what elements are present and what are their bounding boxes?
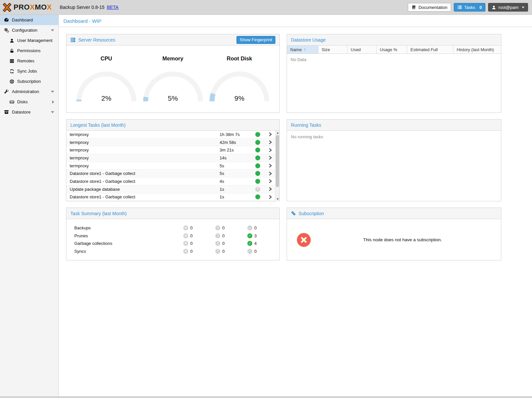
panel-title: Running Tasks [291,122,321,128]
cpu-gauge: CPU 2% [75,55,138,113]
task-row[interactable]: termproxy 5s [66,162,275,170]
sidebar-item-dashboard[interactable]: Dashboard [0,15,58,25]
no-running-tasks-label: No running tasks [287,131,501,143]
scrollbar-thumb[interactable] [276,135,279,187]
sync-icon [10,69,14,74]
chevron-down-icon [522,7,524,8]
datastore-table-body: No Data [287,54,501,113]
datastore-usage-panel: Datastore Usage Name ↑ Size Used Usage %… [287,34,501,113]
proxmox-logo: PROXMOX [0,3,59,12]
sidebar-item-disks[interactable]: Disks [0,97,58,107]
gears-icon [4,28,9,33]
sidebar-item-permissions[interactable]: Permissions [0,46,58,56]
chevron-down-icon[interactable] [51,91,54,93]
ok-status-icon [247,233,252,238]
summary-row-backups: Backups 0 0 0 [66,224,279,232]
chevron-right-icon[interactable] [265,195,275,199]
running-tasks-panel: Running Tasks No running tasks [287,119,501,201]
sidebar-item-sync-jobs[interactable]: Sync Jobs [0,66,58,76]
task-row[interactable]: Update package database 1s [66,185,275,193]
memory-gauge: Memory 5% [142,55,204,113]
tachometer-icon [4,17,9,22]
sidebar-item-subscription[interactable]: Subscription [0,76,58,86]
chevron-right-icon[interactable] [265,164,275,168]
task-status-icon [255,132,260,137]
summary-row-garbage-collections: Garbage collections 0 0 4 [66,240,279,248]
chevron-right-icon[interactable] [265,148,275,152]
task-row[interactable]: Datastore store1 - Garbage collect 1s [66,193,275,201]
column-header-used[interactable]: Used [347,46,376,53]
user-menu-button[interactable]: root@pam [488,3,528,12]
chevron-down-icon[interactable] [51,111,54,113]
scroll-up-button[interactable] [275,131,279,135]
wrench-icon [4,89,9,94]
column-header-name[interactable]: Name ↑ [287,46,318,53]
proxmox-x-mark-icon [3,3,12,12]
sidebar-item-remotes[interactable]: Remotes [0,56,58,66]
task-row[interactable]: Datastore store1 - Garbage collect 4s [66,178,275,185]
longest-tasks-list: termproxy 1h 38m 7s termproxy 42m 58s te… [66,131,279,201]
task-row[interactable]: termproxy 42m 58s [66,139,275,147]
scrollbar[interactable] [275,131,279,201]
task-list-icon [457,5,462,10]
chevron-right-icon[interactable] [52,100,54,104]
chevron-right-icon[interactable] [265,172,275,176]
documentation-button[interactable]: Documentation [408,3,451,12]
longest-tasks-panel: Longest Tasks (last Month) termproxy 1h … [66,119,280,201]
datastore-table-header: Name ↑ Size Used Usage % Estimated Full … [287,46,501,54]
warning-status-icon [215,233,220,238]
warning-status-icon [215,249,220,254]
task-status-icon [255,194,260,199]
sidebar-item-datastore[interactable]: Datastore [0,107,58,117]
task-row[interactable]: termproxy 14s [66,154,275,162]
task-status-icon [255,155,260,160]
warning-status-icon [215,241,220,246]
summary-row-prunes: Prunes 0 0 3 [66,232,279,240]
life-ring-icon [10,79,14,84]
column-header-history[interactable]: History (last Month) [453,46,501,53]
beta-link[interactable]: BETA [107,5,119,10]
panel-title: Server Resources [78,37,115,43]
chevron-right-icon[interactable] [265,179,275,183]
no-data-label: No Data [287,54,501,65]
chevron-right-icon[interactable] [265,140,275,144]
task-status-icon [255,140,260,145]
main-content: Dashboard - WIP Server Resource [59,15,532,396]
error-status-icon [183,249,188,254]
error-status-icon [183,241,188,246]
proxmox-wordmark: PROXMOX [14,3,52,12]
chevron-right-icon[interactable] [265,132,275,136]
show-fingerprint-button[interactable]: Show Fingerprint [236,36,275,44]
sidebar-item-configuration[interactable]: Configuration [0,25,58,35]
task-status-icon [255,171,260,176]
tasks-count-badge: 0 [479,5,482,10]
task-status-icon [255,163,260,168]
task-status-icon [255,148,260,152]
window-bottom-border [0,396,532,398]
scroll-down-button[interactable] [275,197,279,201]
summary-row-syncs: Syncs 0 0 0 [66,248,279,255]
task-summary-panel: Task Summary (last Month) Backups 0 0 0 … [66,208,280,260]
tasks-button[interactable]: Tasks 0 [454,3,485,12]
chevron-right-icon[interactable] [265,187,275,191]
panel-title: Longest Tasks (last Month) [70,122,125,128]
task-row[interactable]: termproxy 3m 21s [66,146,275,154]
unlock-icon [10,49,14,53]
server-resources-panel: Server Resources Show Fingerprint CPU 2% [66,34,280,113]
no-subscription-icon [297,233,311,247]
chevron-down-icon[interactable] [51,29,54,31]
warning-status-icon [215,225,220,230]
subscription-message: This node does not have a subscription. [311,237,501,242]
chevron-right-icon[interactable] [265,156,275,160]
column-header-estimated-full[interactable]: Estimated Full [407,46,453,53]
task-row[interactable]: Datastore store1 - Garbage collect 5s [66,170,275,178]
sidebar-item-administration[interactable]: Administration [0,86,58,97]
server-resources-icon [70,37,76,43]
column-header-size[interactable]: Size [318,46,347,53]
root-disk-gauge: Root Disk 9% [208,55,271,113]
task-row[interactable]: termproxy 1h 38m 7s [66,131,275,139]
book-icon [411,5,416,10]
column-header-usage-pct[interactable]: Usage % [376,46,407,53]
sidebar-item-user-management[interactable]: User Management [0,35,58,46]
user-icon [492,5,496,10]
